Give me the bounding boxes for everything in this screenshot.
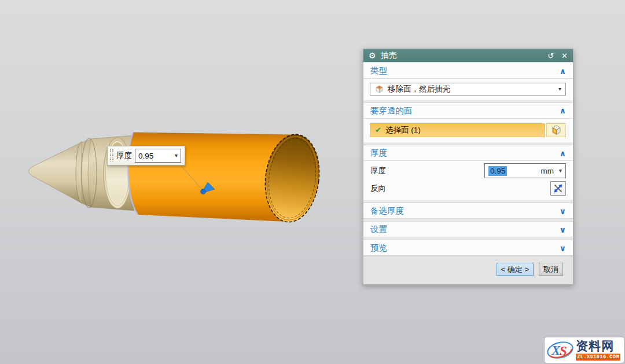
gear-icon: ⚙ xyxy=(369,52,376,60)
section-header-settings[interactable]: 设置 ∨ xyxy=(363,222,573,237)
thickness-unit: mm xyxy=(541,167,554,175)
reverse-direction-button[interactable] xyxy=(550,181,566,196)
chevron-up-icon[interactable]: ∧ xyxy=(560,106,566,115)
chevron-up-icon[interactable]: ∧ xyxy=(560,149,566,157)
type-dropdown[interactable]: 移除面，然后抽壳 ▾ xyxy=(370,83,566,95)
check-icon: ✔ xyxy=(375,126,381,134)
face-selection-row: ✔ 选择面 (1) xyxy=(370,123,566,137)
dialog-titlebar[interactable]: ⚙ 抽壳 ↺ ✕ xyxy=(363,49,573,63)
section-header-preview[interactable]: 预览 ∨ xyxy=(363,240,573,256)
shell-dialog: ⚙ 抽壳 ↺ ✕ 类型 ∧ 移除面，然后抽壳 ▾ xyxy=(363,49,573,285)
thickness-input[interactable]: 0.95 mm ▾ xyxy=(484,163,566,178)
reverse-direction-label: 反向 xyxy=(370,183,386,194)
section-label-alternate-thickness: 备选厚度 xyxy=(370,205,404,216)
reverse-direction-icon xyxy=(553,183,564,194)
thickness-inline-value: 0.95 xyxy=(138,152,153,160)
section-header-alternate-thickness[interactable]: 备选厚度 ∨ xyxy=(363,203,573,219)
section-label-thickness: 厚度 xyxy=(370,148,387,159)
dialog-body: 类型 ∧ 移除面，然后抽壳 ▾ 要穿透的面 ∧ xyxy=(363,63,573,284)
face-filter-button[interactable] xyxy=(546,123,566,137)
chevron-up-icon[interactable]: ∧ xyxy=(560,67,566,75)
watermark-site-name: 资料网 xyxy=(576,340,620,352)
thickness-value: 0.95 xyxy=(488,166,507,176)
thickness-field-row: 厚度 0.95 mm ▾ xyxy=(363,161,573,180)
section-label-pierce-faces: 要穿透的面 xyxy=(370,105,413,116)
chevron-down-icon[interactable]: ▾ xyxy=(175,153,178,159)
section-header-thickness[interactable]: 厚度 ∧ xyxy=(363,145,573,161)
select-face-label: 选择面 (1) xyxy=(385,125,421,135)
section-header-pierce-faces[interactable]: 要穿透的面 ∧ xyxy=(363,103,573,119)
select-face-field[interactable]: ✔ 选择面 (1) xyxy=(370,123,545,137)
chevron-down-icon[interactable]: ∨ xyxy=(560,226,566,234)
chevron-down-icon[interactable]: ▾ xyxy=(558,86,561,92)
drag-handle[interactable] xyxy=(110,149,113,163)
chevron-down-icon[interactable]: ∨ xyxy=(560,207,566,215)
viewport: 厚度 0.95 ▾ ⚙ 抽壳 ↺ ✕ 类型 ∧ xyxy=(0,0,625,364)
section-label-preview: 预览 xyxy=(370,242,387,253)
watermark: X S 资料网 ZL.XS1616.COM xyxy=(545,337,624,363)
reverse-direction-row: 反向 xyxy=(363,180,573,200)
type-dropdown-value: 移除面，然后抽壳 xyxy=(388,84,450,94)
watermark-logo-s: S xyxy=(560,344,567,358)
watermark-logo: X S xyxy=(546,339,574,361)
face-cube-icon xyxy=(550,124,562,136)
thickness-field-label: 厚度 xyxy=(370,166,386,176)
chevron-down-icon[interactable]: ∨ xyxy=(560,244,566,252)
close-icon[interactable]: ✕ xyxy=(561,52,568,60)
shell-type-icon xyxy=(374,84,384,94)
chevron-down-icon[interactable]: ▾ xyxy=(559,168,562,174)
section-label-type: 类型 xyxy=(370,65,387,76)
watermark-site-url: ZL.XS1616.COM xyxy=(576,354,620,361)
onscreen-thickness-widget[interactable]: 厚度 0.95 ▾ xyxy=(107,146,185,166)
dialog-title: 抽壳 xyxy=(381,50,397,61)
reset-icon[interactable]: ↺ xyxy=(547,52,554,60)
ok-button[interactable]: < 确定 > xyxy=(497,263,534,276)
section-label-settings: 设置 xyxy=(370,224,387,235)
section-header-type[interactable]: 类型 ∧ xyxy=(363,63,573,79)
thickness-inline-field[interactable]: 0.95 ▾ xyxy=(135,149,181,163)
cancel-button[interactable]: 取消 xyxy=(539,263,563,276)
thickness-inline-label: 厚度 xyxy=(116,150,132,161)
dialog-footer: < 确定 > 取消 xyxy=(363,256,573,284)
